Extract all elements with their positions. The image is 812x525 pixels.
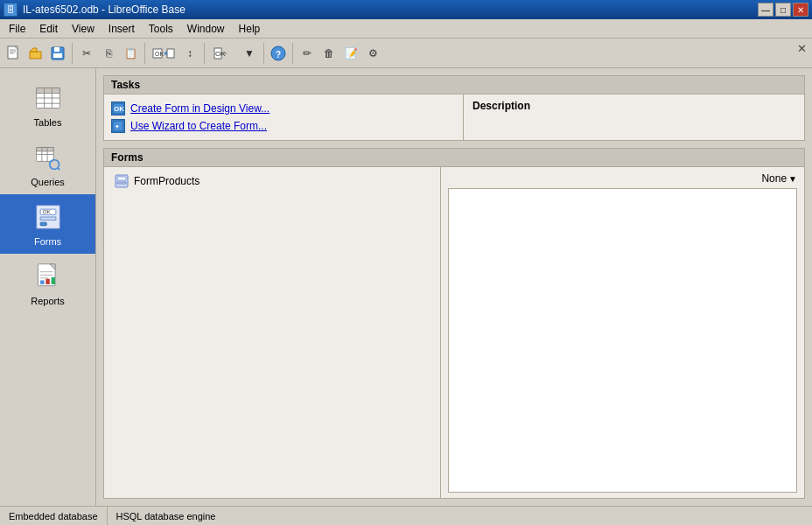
svg-rect-42 (46, 279, 49, 284)
task-create-form-label: Create Form in Design View... (130, 102, 270, 115)
window-close-x[interactable]: ✕ (797, 42, 807, 55)
svg-rect-50 (117, 182, 126, 184)
preview-box (448, 188, 797, 493)
status-bar: Embedded database HSQL database engine (0, 506, 812, 525)
svg-marker-11 (164, 51, 167, 56)
menu-bar: File Edit View Insert Tools Window Help … (0, 19, 812, 38)
queries-label: Queries (31, 177, 65, 187)
menu-edit[interactable]: Edit (32, 21, 65, 37)
svg-rect-25 (36, 147, 53, 150)
main-layout: Tables Queries (0, 68, 812, 506)
forms-body: FormProducts None ▼ (104, 167, 804, 498)
title-bar: 🗄 IL-ates6502.odb - LibreOffice Base — □… (0, 0, 812, 19)
reports-icon (32, 261, 64, 292)
preview-dropdown[interactable]: None ▼ (761, 172, 797, 185)
toolbar-new-button[interactable] (4, 43, 24, 64)
svg-rect-43 (51, 277, 54, 284)
task-wizard-form[interactable]: ✦ Use Wizard to Create Form... (111, 117, 456, 135)
minimize-button[interactable]: — (758, 3, 774, 17)
svg-text:?: ? (276, 50, 281, 60)
toolbar-rename-button[interactable]: 📝 (340, 43, 361, 64)
forms-list: FormProducts (104, 167, 441, 498)
menu-view[interactable]: View (65, 21, 102, 37)
task-wizard-form-icon: ✦ (111, 119, 125, 133)
description-panel: Description (463, 94, 804, 140)
status-right: HSQL database engine (108, 507, 225, 525)
sidebar-item-queries[interactable]: Queries (0, 135, 95, 194)
menu-window[interactable]: Window (180, 21, 232, 37)
forms-label: Forms (34, 236, 61, 247)
toolbar-btn1[interactable]: OK (149, 43, 178, 64)
toolbar-cut-button[interactable]: ✂ (76, 43, 97, 64)
close-button[interactable]: ✕ (793, 3, 808, 17)
queries-icon (32, 142, 64, 173)
tasks-panel: Tasks OK Create Form in Design View... (103, 75, 805, 141)
forms-panel: Forms FormProducts (103, 148, 805, 499)
sidebar-item-reports[interactable]: Reports (0, 254, 95, 313)
toolbar-save-button[interactable] (47, 43, 68, 64)
toolbar-copy-button[interactable]: ⎘ (98, 43, 119, 64)
svg-line-30 (57, 168, 60, 171)
window-title: IL-ates6502.odb - LibreOffice Base (23, 4, 186, 16)
svg-rect-7 (54, 47, 60, 52)
toolbar-btn2[interactable]: ↕ (179, 43, 200, 64)
app-icon: 🗄 (4, 3, 18, 17)
forms-icon: OK (32, 201, 64, 233)
task-wizard-form-label: Use Wizard to Create Form... (130, 120, 267, 132)
status-left: Embedded database (0, 507, 108, 525)
task-create-form-icon: OK (111, 102, 125, 116)
dropdown-arrow-icon: ▼ (788, 174, 797, 184)
svg-rect-49 (117, 177, 126, 180)
tasks-header: Tasks (104, 76, 804, 94)
preview-dropdown-value: None (761, 172, 787, 185)
forms-header: Forms (104, 149, 804, 167)
svg-text:OK: OK (114, 105, 124, 113)
form-item-formproducts[interactable]: FormProducts (111, 172, 433, 190)
toolbar: ✂ ⎘ 📋 OK ↕ OK ▼ ? ✏ 🗑 📝 ⚙ (0, 38, 812, 68)
sidebar: Tables Queries (0, 68, 96, 506)
toolbar-edit-button[interactable]: ✏ (297, 43, 318, 64)
reports-label: Reports (31, 296, 65, 306)
svg-rect-5 (30, 52, 41, 59)
toolbar-paste-button[interactable]: 📋 (120, 43, 141, 64)
toolbar-delete-button[interactable]: 🗑 (318, 43, 340, 64)
svg-rect-19 (36, 88, 60, 93)
menu-file[interactable]: File (2, 21, 32, 37)
tables-icon (32, 82, 64, 114)
sidebar-item-forms[interactable]: OK Forms (0, 194, 95, 254)
tasks-body: OK Create Form in Design View... ✦ Us (104, 94, 804, 140)
svg-rect-12 (167, 49, 174, 58)
svg-text:OK: OK (42, 208, 51, 214)
form-item-label: FormProducts (134, 175, 200, 187)
svg-text:OK: OK (155, 51, 164, 57)
maximize-button[interactable]: □ (775, 3, 791, 17)
svg-rect-41 (40, 280, 44, 284)
tasks-list: OK Create Form in Design View... ✦ Us (104, 94, 463, 140)
svg-rect-35 (40, 222, 46, 226)
sidebar-item-tables[interactable]: Tables (0, 75, 95, 135)
menu-insert[interactable]: Insert (102, 21, 142, 37)
svg-rect-8 (53, 53, 62, 58)
form-item-icon (115, 174, 129, 188)
toolbar-properties-button[interactable]: ⚙ (362, 43, 383, 64)
description-label: Description (472, 100, 530, 112)
tables-label: Tables (34, 117, 62, 128)
toolbar-help-button[interactable]: ? (268, 43, 289, 64)
toolbar-btn3[interactable]: OK (208, 43, 238, 64)
toolbar-dropdown[interactable]: ▼ (239, 43, 260, 64)
svg-text:✦: ✦ (115, 123, 120, 130)
forms-preview: None ▼ (441, 167, 804, 498)
preview-controls: None ▼ (448, 172, 797, 185)
window-controls: — □ ✕ (758, 3, 808, 17)
svg-rect-34 (40, 217, 56, 220)
task-create-form[interactable]: OK Create Form in Design View... (111, 100, 456, 117)
content-area: Tasks OK Create Form in Design View... (96, 68, 812, 506)
toolbar-open-button[interactable] (25, 43, 46, 64)
menu-help[interactable]: Help (232, 21, 268, 37)
menu-tools[interactable]: Tools (142, 21, 180, 37)
